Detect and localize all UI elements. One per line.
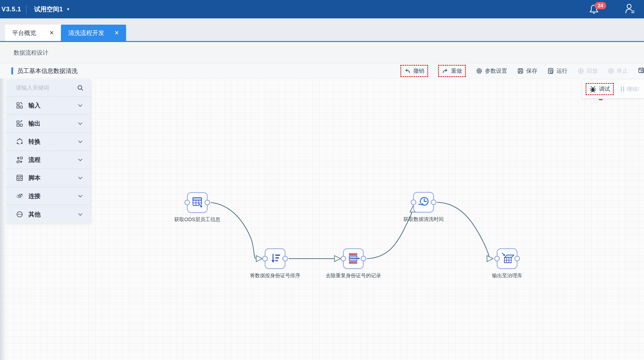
continue-label: 继续/ [627,85,639,93]
tab-platform-overview[interactable]: 平台概览 ✕ [5,25,61,41]
save-button[interactable]: 保存 [517,65,537,77]
sidebar-item-output[interactable]: 输出 [6,115,90,133]
sidebar-item-input[interactable]: 输入 [6,97,90,115]
transform-cycle-icon [16,138,23,145]
tab-cleaning-flow-dev[interactable]: 清洗流程开发 ✕ [61,25,126,41]
close-icon[interactable]: ✕ [114,30,119,36]
node-port-right[interactable] [361,256,366,261]
tab-label: 平台概览 [12,29,36,37]
terminate-label: 终止 [617,67,628,75]
flow-title: 员工基本信息数据清洗 [11,67,78,75]
pause-icon [621,87,624,92]
close-icon[interactable]: ✕ [49,30,54,36]
sidebar-item-label: 输入 [28,101,41,109]
node-port-left[interactable] [340,256,346,261]
terminate-button: 终止 [608,65,628,77]
search-input[interactable] [15,84,77,91]
chevron-down-icon[interactable] [78,157,83,163]
sidebar-item-connect[interactable]: 连接 [6,187,90,205]
component-sidebar: 输入 输出 [6,79,90,223]
sidebar-item-flow[interactable]: 流程 [6,151,90,169]
node-label: 输出至治理库 [492,272,522,279]
top-bar: V3.5.1 试用空间1 ▼ 24 [0,0,644,18]
debug-button[interactable]: 调试 [586,83,614,95]
node-label: 获取数据清洗时间 [403,216,444,223]
workspace-switcher[interactable]: 试用空间1 ▼ [34,5,70,13]
workspace-name: 试用空间1 [34,5,63,13]
flow-edges [0,78,644,360]
stop-icon [608,68,614,74]
edge [211,203,256,259]
grid-output-icon [16,120,23,127]
node-port-left[interactable] [494,256,500,261]
sidebar-item-script[interactable]: 脚本 [6,169,90,187]
search-icon[interactable] [77,85,84,91]
chevron-down-icon[interactable] [78,212,83,217]
run-icon [547,68,554,74]
node-port-right[interactable] [431,199,436,205]
grid-input-icon [16,102,23,109]
save-icon [517,68,524,74]
node-port-left[interactable] [411,199,416,205]
sidebar-item-label: 转换 [28,138,41,146]
flow-title-text: 员工基本信息数据清洗 [17,67,78,75]
topbar-divider [26,5,26,14]
continue-pause-button: 继续/ [621,85,639,93]
flow-node-get-time[interactable]: 获取数据清洗时间 [413,192,434,213]
debug-label: 调试 [599,85,610,93]
sidebar-item-other[interactable]: 其他 [6,205,90,223]
sidebar-item-label: 连接 [28,192,41,200]
sidebar-item-label: 流程 [28,156,41,164]
redo-button[interactable]: 重做 [438,65,466,77]
undo-icon [404,68,411,74]
section-title: 数据流程设计 [14,49,48,57]
parameter-settings-button[interactable]: 参数设置 [476,65,507,77]
undo-label: 撤销 [413,67,424,75]
flow-node-output[interactable]: 输出至治理库 [497,248,517,269]
chevron-down-icon[interactable] [78,193,83,199]
flow-node-dedup[interactable]: 去除重复身份证号的记录 [343,248,364,269]
flow-header: 员工基本信息数据清洗 撤销 重做 [0,63,644,78]
schedule-button-partial[interactable] [638,67,644,75]
undo-button[interactable]: 撤销 [400,65,428,77]
chevron-down-icon[interactable] [78,175,83,181]
app-version: V3.5.1 [2,6,21,13]
dedup-icon [346,251,361,266]
more-icon [16,211,23,218]
section-header: 数据流程设计 [0,42,644,63]
connect-icon [16,192,23,200]
tab-bar: 平台概览 ✕ 清洗流程开发 ✕ [0,18,644,42]
node-port-right[interactable] [514,256,520,261]
save-label: 保存 [526,67,537,75]
settings-label: 参数设置 [485,67,507,75]
sidebar-item-transform[interactable]: 转换 [6,133,90,151]
notification-badge: 24 [595,2,606,9]
chevron-down-icon[interactable] [78,103,83,108]
replay-button: 回放 [578,65,598,77]
node-port-right[interactable] [282,256,288,261]
chevron-down-icon[interactable] [78,139,83,144]
edge-arrowhead [334,256,340,262]
replay-label: 回放 [587,67,598,75]
node-port-right[interactable] [205,200,210,205]
node-port-left[interactable] [184,200,190,205]
node-port-left[interactable] [262,256,268,261]
edge [437,202,489,258]
node-label: 将数据按身份证号排序 [250,272,300,279]
flow-node-source[interactable]: 获取ODS层员工信息 [187,192,208,213]
script-icon [16,174,23,182]
run-button[interactable]: 运行 [547,65,567,77]
flow-toolbar: 撤销 重做 参数设置 [400,65,644,77]
flow-node-sort[interactable]: 将数据按身份证号排序 [265,248,285,269]
sidebar-item-label: 其他 [28,210,41,218]
gear-icon [476,68,482,74]
chevron-down-icon[interactable] [78,121,83,126]
notification-bell-button[interactable]: 24 [589,4,600,15]
user-account-button[interactable] [624,3,635,16]
node-label: 获取ODS层员工信息 [174,216,220,223]
app-window: V3.5.1 试用空间1 ▼ 24 [0,0,644,360]
flow-icon [16,156,23,164]
user-icon [624,3,635,15]
flow-canvas[interactable]: 调试 继续/ [0,78,644,360]
sidebar-item-label: 输出 [28,119,41,128]
